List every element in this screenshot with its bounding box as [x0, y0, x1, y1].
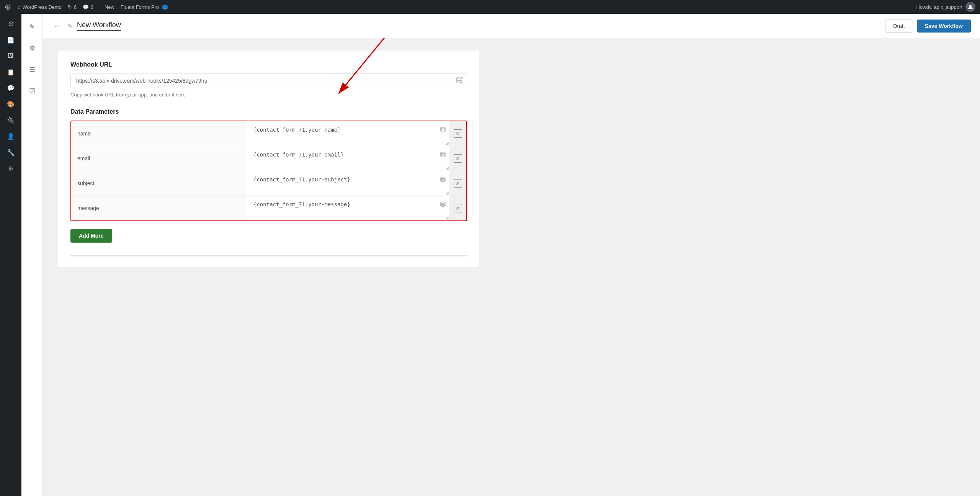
sidebar-icon-settings[interactable]: ⚙: [25, 41, 39, 55]
home-icon: ⌂: [17, 4, 20, 10]
wp-menu-settings[interactable]: ⚙: [4, 162, 18, 175]
resize-handle-name: ◢: [446, 141, 449, 145]
param-key-name: name: [71, 121, 247, 146]
add-more-button[interactable]: Add More: [70, 229, 112, 243]
refresh-icon: ↻: [68, 4, 72, 10]
params-box: name {contact_form_71.your-name}: [70, 121, 467, 221]
data-params-title: Data Parameters: [70, 108, 467, 115]
main-card: Webhook URL Copy webhook URL from your a…: [58, 51, 479, 267]
webhook-section-title: Webhook URL: [70, 61, 467, 68]
param-db-icon-name: [440, 127, 446, 134]
header-actions: Draft Save Workflow: [885, 20, 971, 33]
wp-icon: ⊕: [5, 2, 11, 11]
param-value-subject-wrap: {contact_form_71.your-subject} ◢: [247, 171, 449, 196]
workflow-title: New Workflow: [77, 21, 121, 31]
bottom-divider: [70, 255, 467, 256]
svg-point-6: [441, 177, 445, 179]
site-name[interactable]: ⌂ WordPress Demo: [17, 4, 62, 10]
param-db-icon-email: [440, 152, 446, 159]
avatar[interactable]: [965, 2, 975, 12]
delete-icon-name: ✕: [454, 129, 462, 138]
param-delete-name[interactable]: ✕: [449, 121, 466, 146]
webhook-url-input[interactable]: [70, 73, 467, 88]
plugin-badge: 1: [162, 5, 168, 10]
resize-handle-message: ◢: [446, 215, 449, 220]
table-row: email {contact_form_71.your-email}: [71, 146, 466, 171]
delete-icon-message: ✕: [454, 204, 462, 212]
edit-icon: ✎: [29, 23, 35, 31]
param-value-name-input[interactable]: {contact_form_71.your-name}: [247, 121, 449, 146]
main-layout: ⊕ 📄 🖼 📋 💬 🎨 🔌 👤 🔧 ⚙ ✎ ⚙ ☰ ☑ ← ✎: [0, 14, 980, 496]
save-workflow-button[interactable]: Save Workflow: [917, 20, 971, 33]
param-value-message-input[interactable]: {contact_form_71.your-message}: [247, 196, 449, 220]
plus-icon: +: [100, 4, 103, 10]
updates-count[interactable]: ↻ 6: [68, 4, 77, 10]
param-value-name-wrap: {contact_form_71.your-name} ◢: [247, 121, 449, 146]
resize-handle-subject: ◢: [446, 191, 449, 195]
comments-count[interactable]: 💬 0: [83, 4, 93, 10]
admin-bar-right: Howdy, apix_support: [916, 2, 975, 12]
scroll-content: Webhook URL Copy webhook URL from your a…: [43, 38, 980, 496]
wp-menu-comments[interactable]: 💬: [4, 81, 18, 95]
back-button[interactable]: ←: [52, 20, 63, 32]
list-icon: ☰: [29, 65, 35, 74]
wp-menu-media[interactable]: 🖼: [4, 49, 18, 63]
svg-point-7: [441, 202, 445, 204]
header-bar: ← ✎ New Workflow Draft Save Workflow: [43, 14, 980, 38]
svg-point-5: [441, 152, 445, 154]
wp-menu-appearance[interactable]: 🎨: [4, 97, 18, 111]
sidebar-icon-check[interactable]: ☑: [25, 84, 39, 98]
gear-icon: ⚙: [29, 44, 35, 52]
webhook-hint: Copy webhook URL from your app, and ente…: [70, 92, 467, 98]
param-value-email-wrap: {contact_form_71.your-email} ◢: [247, 146, 449, 171]
wp-menu-tools[interactable]: 🔧: [4, 145, 18, 159]
table-row: subject {contact_form_71.your-subject}: [71, 171, 466, 196]
sidebar-icon-list[interactable]: ☰: [25, 63, 39, 77]
param-value-subject-input[interactable]: {contact_form_71.your-subject}: [247, 171, 449, 196]
comment-icon: 💬: [83, 4, 89, 10]
wp-menu-plugins[interactable]: 🔌: [4, 113, 18, 127]
param-db-icon-message: [440, 201, 446, 209]
wp-menu-dashboard[interactable]: ⊕: [4, 17, 18, 31]
ff-sidebar: ✎ ⚙ ☰ ☑: [21, 14, 43, 496]
param-db-icon-subject: [440, 176, 446, 184]
param-key-message: message: [71, 196, 247, 220]
svg-point-1: [457, 77, 462, 79]
param-delete-subject[interactable]: ✕: [449, 171, 466, 196]
edit-pencil-icon: ✎: [67, 22, 72, 29]
check-icon: ☑: [29, 87, 35, 95]
wp-logo[interactable]: ⊕: [5, 2, 11, 11]
wp-menu-users[interactable]: 👤: [4, 129, 18, 143]
param-key-subject: subject: [71, 171, 247, 196]
content-area: ← ✎ New Workflow Draft Save Workflow Web…: [43, 14, 980, 496]
plugin-name[interactable]: Fluent Forms Pro 1: [121, 4, 168, 10]
wp-menu-pages[interactable]: 📋: [4, 65, 18, 79]
draft-button[interactable]: Draft: [885, 20, 913, 33]
webhook-url-field: [70, 73, 467, 88]
resize-handle-email: ◢: [446, 166, 449, 170]
delete-icon-subject: ✕: [454, 179, 462, 188]
svg-point-4: [441, 127, 445, 129]
new-menu[interactable]: + New: [100, 4, 114, 10]
param-delete-message[interactable]: ✕: [449, 196, 466, 220]
admin-bar: ⊕ ⌂ WordPress Demo ↻ 6 💬 0 + New Fluent …: [0, 0, 980, 14]
wp-sidebar: ⊕ 📄 🖼 📋 💬 🎨 🔌 👤 🔧 ⚙: [0, 14, 21, 496]
param-delete-email[interactable]: ✕: [449, 146, 466, 171]
user-greeting: Howdy, apix_support: [916, 4, 962, 10]
param-key-email: email: [71, 146, 247, 171]
param-value-message-wrap: {contact_form_71.your-message} ◢: [247, 196, 449, 220]
db-icon: [456, 77, 462, 85]
back-arrow-icon: ←: [54, 21, 61, 30]
table-row: message {contact_form_71.your-message}: [71, 196, 466, 220]
table-row: name {contact_form_71.your-name}: [71, 121, 466, 146]
param-value-email-input[interactable]: {contact_form_71.your-email}: [247, 146, 449, 171]
delete-icon-email: ✕: [454, 154, 462, 163]
wp-menu-posts[interactable]: 📄: [4, 33, 18, 47]
sidebar-icon-edit[interactable]: ✎: [25, 20, 39, 34]
